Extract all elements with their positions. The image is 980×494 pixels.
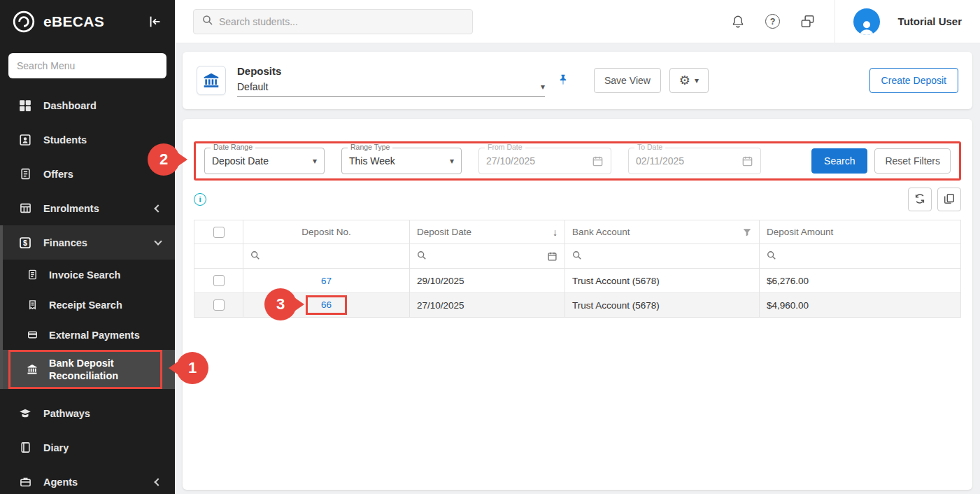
refresh-icon	[914, 192, 926, 207]
sidebar-item-enrolments[interactable]: Enrolments	[0, 191, 175, 225]
settings-gear-button[interactable]: ⚙ ▾	[669, 68, 709, 93]
page-title: Deposits	[237, 65, 545, 77]
topbar: ? Tutorial User	[175, 0, 980, 43]
select-all-checkbox[interactable]	[213, 227, 225, 238]
row-select-cell	[194, 269, 243, 293]
sidebar-item-label: Agents	[43, 477, 78, 488]
filter-cell-deposit-date[interactable]	[410, 244, 565, 269]
save-view-button[interactable]: Save View	[594, 68, 661, 93]
sidebar-item-label: Diary	[43, 442, 69, 453]
sidebar-item-label: Offers	[43, 169, 73, 180]
ebecas-logo-icon	[11, 9, 36, 34]
pin-icon[interactable]	[556, 73, 570, 87]
sidebar-item-invoice-search[interactable]: Invoice Search	[0, 260, 175, 290]
range-type-label: Range Type	[348, 143, 392, 151]
sidebar-item-external-payments[interactable]: External Payments	[0, 320, 175, 350]
sidebar-item-agents[interactable]: Agents	[0, 465, 175, 494]
question-mark: ?	[765, 14, 780, 29]
filter-cell-deposit-no[interactable]	[243, 244, 410, 269]
collapse-sidebar-icon[interactable]	[147, 13, 164, 30]
deposit-link[interactable]: 66	[321, 299, 332, 310]
info-icon[interactable]: i	[194, 193, 206, 206]
search-icon	[767, 252, 776, 262]
view-selector[interactable]: Default ▾	[237, 81, 545, 97]
row-checkbox[interactable]	[213, 299, 225, 311]
row-select-cell	[194, 293, 243, 318]
column-header-deposit-amount[interactable]: Deposit Amount	[760, 220, 961, 244]
annotation-callout-1: 1	[176, 352, 208, 384]
sidebar-item-dashboard[interactable]: Dashboard	[0, 88, 175, 122]
filter-cell-deposit-amount[interactable]	[760, 244, 961, 269]
column-label: Bank Account	[572, 227, 630, 237]
pathways-icon	[18, 407, 32, 420]
range-type-value: This Week	[349, 155, 395, 167]
table-row: 66 27/10/2025 Trust Account (5678) $4,96…	[194, 293, 961, 318]
sidebar-item-label: Finances	[43, 237, 87, 248]
sidebar-item-bank-deposit-reconciliation[interactable]: Bank Deposit Reconciliation	[0, 350, 175, 389]
receipt-search-icon	[25, 299, 39, 310]
sidebar-item-label: Pathways	[43, 408, 90, 419]
annotation-callout-2: 2	[148, 143, 180, 176]
filter-funnel-icon[interactable]	[742, 227, 752, 237]
dashboard-icon	[18, 99, 32, 112]
help-icon[interactable]: ?	[765, 13, 781, 30]
sidebar-item-diary[interactable]: Diary	[0, 430, 175, 465]
create-deposit-button[interactable]: Create Deposit	[869, 68, 958, 93]
finances-icon: $	[18, 237, 32, 249]
filter-cell-empty	[194, 244, 243, 269]
column-label: Deposit Date	[417, 227, 471, 237]
main-content: Deposits Default ▾ Save View ⚙ ▾ Create …	[175, 43, 980, 494]
deposits-table: Deposit No. Deposit Date ↓ Bank Account …	[194, 220, 961, 318]
row-checkbox[interactable]	[213, 275, 225, 286]
avatar[interactable]	[853, 8, 880, 35]
from-date-value: 27/10/2025	[486, 155, 535, 167]
column-header-bank-account[interactable]: Bank Account	[565, 220, 760, 244]
refresh-button[interactable]	[908, 188, 932, 211]
to-date-value: 02/11/2025	[636, 155, 684, 167]
column-header-deposit-no[interactable]: Deposit No.	[243, 220, 410, 244]
sidebar-search-input[interactable]	[8, 53, 166, 78]
bank-account-cell: Trust Account (5678)	[565, 269, 760, 293]
sidebar: eBECAS Dashboard Students Offers Enrolme…	[0, 0, 175, 494]
range-type-select[interactable]: Range Type This Week ▾	[341, 148, 462, 174]
to-date-field[interactable]: To Date 02/11/2025	[628, 148, 761, 174]
sidebar-item-receipt-search[interactable]: Receipt Search	[0, 290, 175, 320]
agents-icon	[18, 476, 32, 488]
select-all-cell	[194, 220, 243, 244]
invoice-search-icon	[25, 269, 39, 280]
from-date-field[interactable]: From Date 27/10/2025	[478, 148, 611, 174]
deposit-link[interactable]: 67	[321, 276, 332, 286]
search-button[interactable]: Search	[811, 148, 867, 174]
search-icon	[417, 250, 427, 262]
bank-icon	[25, 364, 39, 375]
chevron-down-icon: ▾	[307, 156, 317, 166]
sort-descending-icon[interactable]: ↓	[553, 227, 558, 238]
svg-text:$: $	[23, 239, 27, 247]
table-header-row: Deposit No. Deposit Date ↓ Bank Account …	[194, 220, 961, 244]
sidebar-item-pathways[interactable]: Pathways	[0, 396, 175, 430]
calendar-icon[interactable]	[547, 251, 558, 262]
notifications-bell-icon[interactable]	[730, 13, 746, 30]
student-search	[193, 9, 473, 34]
chevron-left-icon	[154, 478, 162, 486]
chevron-down-icon: ▾	[695, 76, 699, 85]
annotation-box-step-3: 66	[306, 295, 347, 315]
export-copy-button[interactable]	[937, 188, 961, 211]
filter-cell-bank-account[interactable]	[565, 244, 760, 269]
sidebar-item-finances[interactable]: $ Finances	[0, 225, 175, 260]
date-range-select[interactable]: Date Range Deposit Date ▾	[204, 148, 325, 174]
column-header-deposit-date[interactable]: Deposit Date ↓	[410, 220, 565, 244]
table-row: 67 29/10/2025 Trust Account (5678) $6,27…	[194, 269, 961, 293]
student-search-input[interactable]	[219, 16, 464, 27]
gear-icon: ⚙	[679, 73, 690, 88]
calendar-icon	[592, 155, 604, 167]
user-name: Tutorial User	[898, 15, 962, 27]
sidebar-item-label: Students	[43, 134, 87, 146]
reset-filters-button[interactable]: Reset Filters	[874, 148, 951, 174]
deposits-header-card: Deposits Default ▾ Save View ⚙ ▾ Create …	[183, 52, 972, 109]
search-icon	[202, 15, 213, 29]
search-icon	[572, 252, 582, 262]
sidebar-item-label: Invoice Search	[49, 269, 120, 281]
table-filter-row	[194, 244, 961, 269]
windows-icon[interactable]	[800, 13, 816, 30]
